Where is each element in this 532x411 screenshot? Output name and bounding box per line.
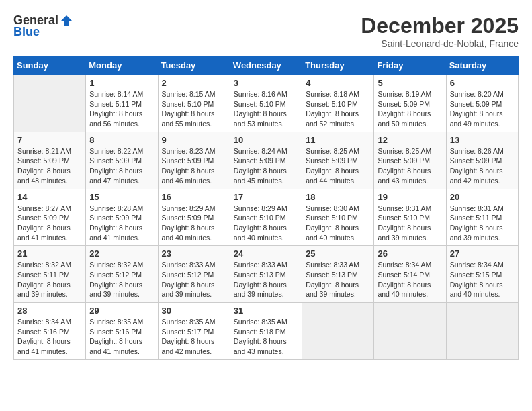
calendar-cell: 7Sunrise: 8:21 AMSunset: 5:09 PMDaylight… [14, 132, 86, 189]
day-number: 29 [89, 306, 154, 316]
sunrise-text: Sunrise: 8:35 AM [162, 317, 226, 327]
daylight-text: Daylight: 8 hours and 40 minutes. [234, 223, 298, 242]
day-info: Sunrise: 8:18 AMSunset: 5:10 PMDaylight:… [306, 89, 370, 129]
daylight-text: Daylight: 8 hours and 43 minutes. [234, 336, 298, 356]
daylight-text: Daylight: 8 hours and 45 minutes. [234, 166, 298, 185]
calendar-cell [446, 303, 518, 360]
daylight-text: Daylight: 8 hours and 46 minutes. [162, 166, 226, 185]
sunrise-text: Sunrise: 8:31 AM [450, 203, 515, 214]
calendar-cell: 2Sunrise: 8:15 AMSunset: 5:10 PMDaylight… [158, 75, 230, 132]
sunrise-text: Sunrise: 8:34 AM [378, 260, 442, 270]
calendar-cell: 30Sunrise: 8:35 AMSunset: 5:17 PMDayligh… [158, 303, 230, 360]
sunrise-text: Sunrise: 8:33 AM [234, 260, 298, 270]
sunrise-text: Sunrise: 8:25 AM [306, 146, 370, 156]
daylight-text: Daylight: 8 hours and 40 minutes. [162, 223, 226, 242]
calendar-cell: 16Sunrise: 8:29 AMSunset: 5:09 PMDayligh… [158, 189, 230, 246]
day-number: 14 [17, 192, 82, 202]
col-header-wednesday: Wednesday [230, 56, 302, 75]
sunset-text: Sunset: 5:10 PM [162, 99, 226, 109]
daylight-text: Daylight: 8 hours and 56 minutes. [89, 109, 154, 128]
month-title: December 2025 [361, 13, 519, 38]
sunset-text: Sunset: 5:14 PM [378, 270, 442, 280]
day-info: Sunrise: 8:16 AMSunset: 5:10 PMDaylight:… [234, 89, 298, 129]
col-header-tuesday: Tuesday [158, 56, 230, 75]
calendar-cell: 12Sunrise: 8:25 AMSunset: 5:09 PMDayligh… [374, 132, 446, 189]
calendar-cell: 28Sunrise: 8:34 AMSunset: 5:16 PMDayligh… [14, 303, 86, 360]
sunrise-text: Sunrise: 8:34 AM [17, 317, 82, 327]
day-number: 8 [89, 135, 154, 145]
sunrise-text: Sunrise: 8:15 AM [162, 89, 226, 99]
calendar-cell: 26Sunrise: 8:34 AMSunset: 5:14 PMDayligh… [374, 246, 446, 303]
calendar-week-row: 21Sunrise: 8:32 AMSunset: 5:11 PMDayligh… [14, 246, 519, 303]
day-info: Sunrise: 8:34 AMSunset: 5:15 PMDaylight:… [450, 260, 515, 300]
sunset-text: Sunset: 5:16 PM [89, 327, 154, 337]
calendar-cell: 27Sunrise: 8:34 AMSunset: 5:15 PMDayligh… [446, 246, 518, 303]
calendar-cell [302, 303, 374, 360]
calendar-cell: 1Sunrise: 8:14 AMSunset: 5:11 PMDaylight… [86, 75, 158, 132]
sunrise-text: Sunrise: 8:32 AM [89, 260, 154, 270]
sunrise-text: Sunrise: 8:23 AM [162, 146, 226, 156]
calendar-week-row: 28Sunrise: 8:34 AMSunset: 5:16 PMDayligh… [14, 303, 519, 360]
calendar-cell: 10Sunrise: 8:24 AMSunset: 5:09 PMDayligh… [230, 132, 302, 189]
daylight-text: Daylight: 8 hours and 41 minutes. [17, 336, 82, 356]
day-info: Sunrise: 8:34 AMSunset: 5:14 PMDaylight:… [378, 260, 442, 300]
day-number: 31 [234, 306, 298, 316]
sunset-text: Sunset: 5:10 PM [378, 213, 442, 223]
calendar-cell: 13Sunrise: 8:26 AMSunset: 5:09 PMDayligh… [446, 132, 518, 189]
day-info: Sunrise: 8:33 AMSunset: 5:13 PMDaylight:… [234, 260, 298, 300]
daylight-text: Daylight: 8 hours and 41 minutes. [89, 336, 154, 356]
daylight-text: Daylight: 8 hours and 55 minutes. [162, 109, 226, 128]
calendar-cell: 25Sunrise: 8:33 AMSunset: 5:13 PMDayligh… [302, 246, 374, 303]
sunrise-text: Sunrise: 8:35 AM [234, 317, 298, 327]
daylight-text: Daylight: 8 hours and 40 minutes. [306, 223, 370, 242]
calendar-cell: 5Sunrise: 8:19 AMSunset: 5:09 PMDaylight… [374, 75, 446, 132]
day-number: 12 [378, 135, 442, 145]
daylight-text: Daylight: 8 hours and 53 minutes. [234, 109, 298, 128]
day-number: 7 [17, 135, 82, 145]
sunset-text: Sunset: 5:09 PM [450, 156, 515, 166]
day-number: 1 [89, 78, 154, 88]
day-info: Sunrise: 8:28 AMSunset: 5:09 PMDaylight:… [89, 203, 154, 243]
day-number: 3 [234, 78, 298, 88]
sunrise-text: Sunrise: 8:33 AM [306, 260, 370, 270]
daylight-text: Daylight: 8 hours and 52 minutes. [306, 109, 370, 128]
sunrise-text: Sunrise: 8:29 AM [162, 203, 226, 214]
calendar-cell: 23Sunrise: 8:33 AMSunset: 5:12 PMDayligh… [158, 246, 230, 303]
day-number: 22 [89, 248, 154, 259]
col-header-saturday: Saturday [446, 56, 518, 75]
daylight-text: Daylight: 8 hours and 39 minutes. [378, 223, 442, 242]
sunrise-text: Sunrise: 8:32 AM [17, 260, 82, 270]
calendar-cell: 18Sunrise: 8:30 AMSunset: 5:10 PMDayligh… [302, 189, 374, 246]
daylight-text: Daylight: 8 hours and 39 minutes. [306, 280, 370, 300]
calendar-cell [374, 303, 446, 360]
calendar-cell: 20Sunrise: 8:31 AMSunset: 5:11 PMDayligh… [446, 189, 518, 246]
sunrise-text: Sunrise: 8:34 AM [450, 260, 515, 270]
day-info: Sunrise: 8:35 AMSunset: 5:18 PMDaylight:… [234, 317, 298, 357]
day-info: Sunrise: 8:19 AMSunset: 5:09 PMDaylight:… [378, 89, 442, 129]
day-info: Sunrise: 8:29 AMSunset: 5:10 PMDaylight:… [234, 203, 298, 243]
day-number: 23 [162, 248, 226, 259]
sunset-text: Sunset: 5:17 PM [162, 327, 226, 337]
sunrise-text: Sunrise: 8:35 AM [89, 317, 154, 327]
sunrise-text: Sunrise: 8:29 AM [234, 203, 298, 214]
day-number: 25 [306, 248, 370, 259]
sunset-text: Sunset: 5:12 PM [89, 270, 154, 280]
day-number: 9 [162, 135, 226, 145]
daylight-text: Daylight: 8 hours and 39 minutes. [450, 223, 515, 242]
day-number: 6 [450, 78, 515, 88]
day-number: 10 [234, 135, 298, 145]
logo-blue-text: Blue [13, 25, 40, 39]
title-block: December 2025 Saint-Leonard-de-Noblat, F… [361, 13, 519, 49]
sunrise-text: Sunrise: 8:18 AM [306, 89, 370, 99]
calendar-cell: 11Sunrise: 8:25 AMSunset: 5:09 PMDayligh… [302, 132, 374, 189]
sunrise-text: Sunrise: 8:24 AM [234, 146, 298, 156]
sunset-text: Sunset: 5:11 PM [450, 213, 515, 223]
sunrise-text: Sunrise: 8:22 AM [89, 146, 154, 156]
day-number: 5 [378, 78, 442, 88]
sunset-text: Sunset: 5:11 PM [89, 99, 154, 109]
sunset-text: Sunset: 5:09 PM [162, 156, 226, 166]
sunset-text: Sunset: 5:15 PM [450, 270, 515, 280]
daylight-text: Daylight: 8 hours and 39 minutes. [234, 280, 298, 300]
daylight-text: Daylight: 8 hours and 39 minutes. [162, 280, 226, 300]
sunrise-text: Sunrise: 8:28 AM [89, 203, 154, 214]
